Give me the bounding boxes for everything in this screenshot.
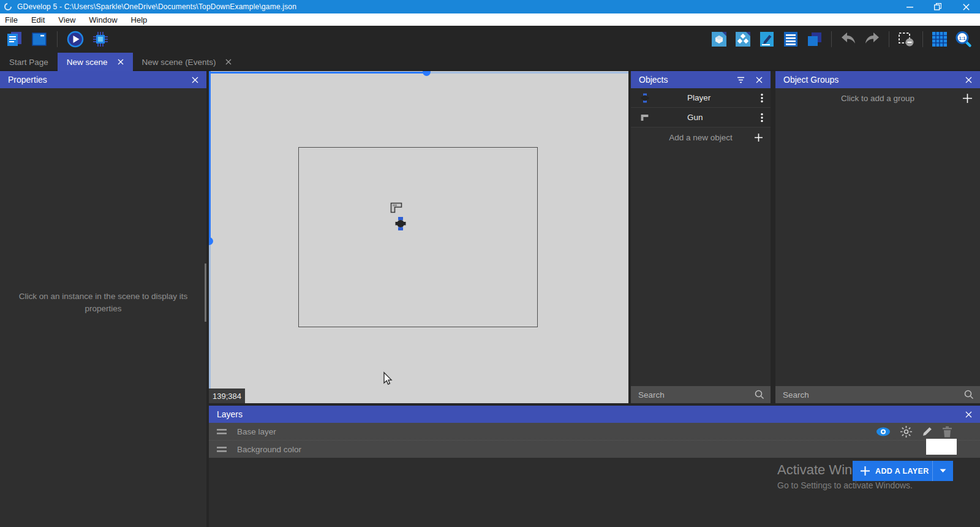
layer-name: Base layer (237, 427, 276, 436)
toolbar-right-group: 1:1 (710, 30, 973, 48)
horizontal-scrollbar-thumb[interactable] (423, 71, 431, 76)
toolbar-divider (889, 31, 889, 47)
add-object-row[interactable]: Add a new object (631, 127, 771, 147)
search-icon (964, 390, 974, 400)
object-groups-panel-header: Object Groups (775, 71, 980, 88)
properties-empty-message: Click on an instance in the scene to dis… (9, 290, 198, 316)
tab-start-page[interactable]: Start Page (0, 53, 58, 71)
mouse-cursor (382, 371, 393, 386)
menu-view[interactable]: View (51, 13, 82, 26)
layers-panel-title: Layers (217, 409, 243, 419)
close-properties-icon[interactable] (192, 77, 198, 83)
drag-handle-icon[interactable] (217, 447, 227, 452)
filter-icon[interactable] (737, 77, 745, 83)
object-row-player[interactable]: Player (631, 88, 771, 108)
objects-search-bar (631, 386, 771, 403)
toggle-mask-icon[interactable] (897, 30, 915, 48)
cursor-coordinates-badge: 139;384 (209, 389, 245, 403)
properties-panel-header: Properties (0, 71, 206, 88)
vertical-scrollbar[interactable] (209, 245, 211, 403)
background-color-swatch[interactable] (926, 439, 957, 455)
tab-label: New scene (67, 58, 108, 67)
properties-panel: Properties Click on an instance in the s… (0, 71, 206, 527)
menu-window[interactable]: Window (82, 13, 124, 26)
titlebar: GDevelop 5 - C:\Users\Sparkle\OneDrive\D… (0, 0, 980, 13)
open-objects-panel-icon[interactable] (710, 30, 728, 48)
project-manager-icon[interactable] (5, 30, 23, 48)
add-layer-button[interactable]: ADD A LAYER (853, 461, 953, 481)
tab-label: New scene (Events) (142, 58, 216, 67)
close-button[interactable] (952, 0, 980, 13)
object-row-gun[interactable]: Gun (631, 108, 771, 127)
add-object-label: Add a new object (669, 133, 733, 142)
add-layer-dropdown-caret[interactable] (932, 461, 953, 481)
close-objects-icon[interactable] (756, 77, 763, 83)
zoom-1-1-icon[interactable]: 1:1 (954, 30, 973, 48)
gdevelop-window: GDevelop 5 - C:\Users\Sparkle\OneDrive\D… (0, 0, 980, 527)
delete-layer-trash-icon[interactable] (942, 426, 952, 438)
add-layer-plus-icon (860, 466, 870, 476)
add-group-plus-icon[interactable] (962, 93, 973, 104)
minimize-button[interactable] (895, 0, 924, 13)
menu-edit[interactable]: Edit (24, 13, 51, 26)
horizontal-scrollbar[interactable] (209, 72, 424, 74)
add-group-label: Click to add a group (841, 94, 914, 103)
window-title: GDevelop 5 - C:\Users\Sparkle\OneDrive\D… (17, 2, 296, 11)
edit-layer-pencil-icon[interactable] (922, 426, 933, 437)
object-menu-icon[interactable] (761, 113, 763, 123)
debug-button[interactable] (91, 30, 110, 48)
menu-file[interactable]: File (0, 13, 24, 26)
gdevelop-logo-icon (4, 2, 12, 11)
menu-help[interactable]: Help (124, 13, 154, 26)
redo-icon[interactable] (863, 30, 881, 48)
scene-canvas[interactable]: 139;384 (209, 71, 628, 403)
open-instances-list-icon[interactable] (782, 30, 800, 48)
open-properties-panel-icon[interactable] (758, 30, 776, 48)
undo-icon[interactable] (839, 30, 858, 48)
object-name: Gun (687, 113, 703, 122)
add-object-plus-icon[interactable] (754, 133, 763, 142)
layer-row-base[interactable]: Base layer (209, 423, 980, 441)
toolbar-divider (57, 31, 58, 47)
properties-scrollbar[interactable] (205, 264, 206, 322)
toolbar-divider (922, 31, 923, 47)
tab-new-scene-events[interactable]: New scene (Events) (133, 53, 241, 71)
toolbar: 1:1 (0, 26, 980, 53)
open-layers-panel-icon[interactable] (805, 30, 824, 48)
window-controls (895, 0, 980, 13)
tab-new-scene[interactable]: New scene (58, 53, 133, 71)
layer-row-background-color[interactable]: Background color (209, 441, 980, 458)
close-layers-icon[interactable] (965, 411, 972, 418)
object-menu-icon[interactable] (761, 93, 763, 103)
gun-instance[interactable] (390, 202, 404, 213)
scene-window-icon[interactable] (30, 30, 48, 48)
tab-close-icon[interactable] (225, 59, 232, 65)
horizontal-scrollbar[interactable] (431, 72, 628, 74)
open-object-groups-panel-icon[interactable] (734, 30, 752, 48)
add-layer-button-label: ADD A LAYER (875, 467, 929, 476)
drag-handle-icon[interactable] (217, 429, 227, 434)
objects-search-input[interactable] (631, 390, 755, 400)
object-groups-search-input[interactable] (775, 390, 964, 400)
vertical-scrollbar[interactable] (209, 71, 211, 238)
layers-panel-footer: Activate Windows Go to Settings to activ… (209, 458, 980, 527)
visibility-eye-icon[interactable] (876, 427, 891, 437)
tabbar: Start Page New scene New scene (Events) (0, 53, 980, 71)
search-icon (755, 390, 764, 400)
player-instance[interactable] (395, 217, 406, 230)
restore-button[interactable] (924, 0, 952, 13)
menubar: File Edit View Window Help (0, 13, 980, 26)
gun-object-icon (639, 113, 650, 122)
toggle-grid-icon[interactable] (930, 30, 949, 48)
svg-text:1:1: 1:1 (959, 36, 966, 41)
tab-close-icon[interactable] (118, 59, 124, 65)
add-group-row[interactable]: Click to add a group (775, 88, 980, 108)
close-object-groups-icon[interactable] (965, 77, 972, 83)
object-name: Player (687, 93, 710, 102)
layer-effects-icon[interactable] (900, 425, 913, 438)
properties-panel-title: Properties (8, 75, 47, 85)
tab-label: Start Page (9, 58, 48, 67)
objects-panel: Objects Player (631, 71, 771, 403)
play-button[interactable] (66, 30, 85, 48)
vertical-scrollbar-thumb[interactable] (209, 237, 213, 245)
